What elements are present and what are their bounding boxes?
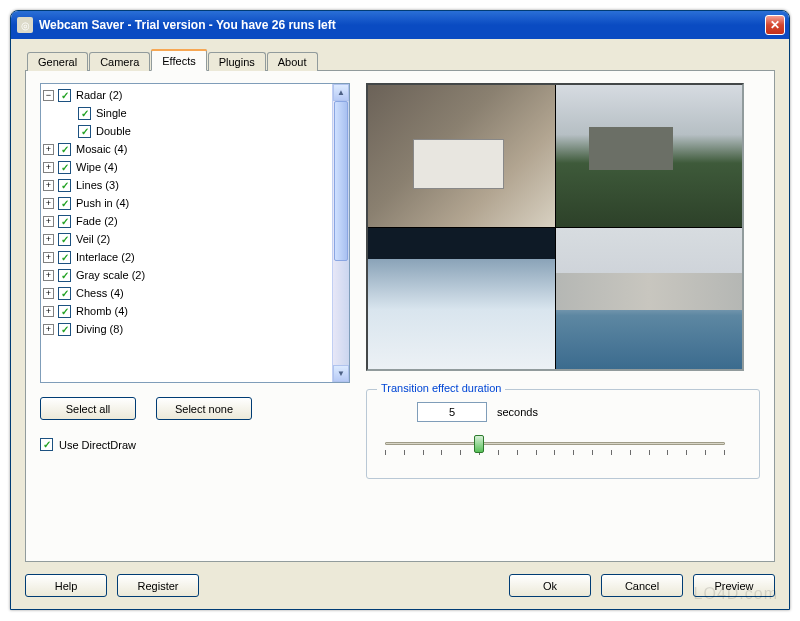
window-title: Webcam Saver - Trial version - You have …	[39, 18, 765, 32]
tree-checkbox[interactable]: ✓	[58, 251, 71, 264]
tree-checkbox[interactable]: ✓	[58, 233, 71, 246]
tree-row[interactable]: +✓Chess (4)	[43, 284, 330, 302]
tree-checkbox[interactable]: ✓	[58, 269, 71, 282]
duration-unit-label: seconds	[497, 406, 538, 418]
expand-icon[interactable]: +	[43, 216, 54, 227]
tree-item-label: Chess (4)	[75, 287, 124, 299]
tree-row[interactable]: ✓Double	[43, 122, 330, 140]
tree-row[interactable]: +✓Lines (3)	[43, 176, 330, 194]
collapse-icon[interactable]: −	[43, 90, 54, 101]
expand-icon[interactable]: +	[43, 252, 54, 263]
expand-icon[interactable]: +	[43, 198, 54, 209]
scroll-thumb[interactable]	[334, 101, 348, 261]
tree-item-label: Double	[95, 125, 131, 137]
tree-item-label: Push in (4)	[75, 197, 129, 209]
webcam-quadrant-1	[368, 85, 555, 227]
tree-item-label: Fade (2)	[75, 215, 118, 227]
tab-panel-effects: −✓Radar (2)✓Single✓Double+✓Mosaic (4)+✓W…	[25, 70, 775, 562]
tree-item-label: Interlace (2)	[75, 251, 135, 263]
tree-checkbox[interactable]: ✓	[58, 143, 71, 156]
tree-row[interactable]: +✓Diving (8)	[43, 320, 330, 338]
client-area: General Camera Effects Plugins About −✓R…	[11, 39, 789, 609]
tree-row[interactable]: +✓Veil (2)	[43, 230, 330, 248]
tab-strip: General Camera Effects Plugins About	[25, 49, 775, 71]
close-icon: ✕	[770, 18, 780, 32]
tree-checkbox[interactable]: ✓	[58, 89, 71, 102]
close-button[interactable]: ✕	[765, 15, 785, 35]
tree-item-label: Lines (3)	[75, 179, 119, 191]
tree-checkbox[interactable]: ✓	[58, 323, 71, 336]
tree-item-label: Wipe (4)	[75, 161, 118, 173]
select-none-button[interactable]: Select none	[156, 397, 252, 420]
tree-row[interactable]: +✓Fade (2)	[43, 212, 330, 230]
preview-pane	[366, 83, 744, 371]
tree-item-label: Single	[95, 107, 127, 119]
scroll-track[interactable]	[333, 101, 349, 365]
tree-item-label: Rhomb (4)	[75, 305, 128, 317]
tree-row[interactable]: ✓Single	[43, 104, 330, 122]
tab-effects[interactable]: Effects	[151, 49, 206, 71]
tree-row[interactable]: +✓Wipe (4)	[43, 158, 330, 176]
tree-item-label: Veil (2)	[75, 233, 110, 245]
tab-general[interactable]: General	[27, 52, 88, 71]
expand-icon[interactable]: +	[43, 180, 54, 191]
tree-row[interactable]: +✓Push in (4)	[43, 194, 330, 212]
webcam-quadrant-2	[556, 85, 743, 227]
scroll-up-button[interactable]: ▲	[333, 84, 349, 101]
select-all-button[interactable]: Select all	[40, 397, 136, 420]
expand-icon[interactable]: +	[43, 144, 54, 155]
tab-about[interactable]: About	[267, 52, 318, 71]
tree-item-label: Mosaic (4)	[75, 143, 127, 155]
tree-scrollbar[interactable]: ▲ ▼	[332, 84, 349, 382]
slider-thumb[interactable]	[474, 435, 484, 453]
expand-icon[interactable]: +	[43, 270, 54, 281]
expand-icon[interactable]: +	[43, 306, 54, 317]
tree-item-label: Gray scale (2)	[75, 269, 145, 281]
window: ◎ Webcam Saver - Trial version - You hav…	[10, 10, 790, 610]
transition-legend: Transition effect duration	[377, 382, 505, 394]
tree-checkbox[interactable]: ✓	[58, 161, 71, 174]
tree-item-label: Diving (8)	[75, 323, 123, 335]
slider-track	[385, 442, 725, 445]
slider-ticks	[385, 450, 725, 455]
tree-row[interactable]: +✓Mosaic (4)	[43, 140, 330, 158]
tree-row[interactable]: +✓Rhomb (4)	[43, 302, 330, 320]
preview-button[interactable]: Preview	[693, 574, 775, 597]
tree-checkbox[interactable]: ✓	[58, 179, 71, 192]
scroll-down-button[interactable]: ▼	[333, 365, 349, 382]
tab-camera[interactable]: Camera	[89, 52, 150, 71]
tree-spacer	[63, 126, 74, 137]
duration-slider[interactable]	[385, 436, 725, 462]
webcam-quadrant-3	[368, 228, 555, 370]
expand-icon[interactable]: +	[43, 234, 54, 245]
app-icon: ◎	[17, 17, 33, 33]
register-button[interactable]: Register	[117, 574, 199, 597]
webcam-quadrant-4	[556, 228, 743, 370]
tree-checkbox[interactable]: ✓	[58, 215, 71, 228]
effects-tree[interactable]: −✓Radar (2)✓Single✓Double+✓Mosaic (4)+✓W…	[40, 83, 350, 383]
use-directdraw-label: Use DirectDraw	[59, 439, 136, 451]
tree-item-label: Radar (2)	[75, 89, 122, 101]
expand-icon[interactable]: +	[43, 324, 54, 335]
tree-row[interactable]: −✓Radar (2)	[43, 86, 330, 104]
tree-row[interactable]: +✓Interlace (2)	[43, 248, 330, 266]
expand-icon[interactable]: +	[43, 288, 54, 299]
transition-duration-group: Transition effect duration seconds	[366, 389, 760, 479]
duration-input[interactable]	[417, 402, 487, 422]
tree-checkbox[interactable]: ✓	[78, 107, 91, 120]
help-button[interactable]: Help	[25, 574, 107, 597]
dialog-button-row: Help Register Ok Cancel Preview	[25, 562, 775, 597]
tree-checkbox[interactable]: ✓	[78, 125, 91, 138]
expand-icon[interactable]: +	[43, 162, 54, 173]
tree-checkbox[interactable]: ✓	[58, 305, 71, 318]
tree-checkbox[interactable]: ✓	[58, 197, 71, 210]
tab-plugins[interactable]: Plugins	[208, 52, 266, 71]
ok-button[interactable]: Ok	[509, 574, 591, 597]
tree-spacer	[63, 108, 74, 119]
use-directdraw-checkbox[interactable]: ✓	[40, 438, 53, 451]
tree-checkbox[interactable]: ✓	[58, 287, 71, 300]
cancel-button[interactable]: Cancel	[601, 574, 683, 597]
titlebar: ◎ Webcam Saver - Trial version - You hav…	[11, 11, 789, 39]
tree-row[interactable]: +✓Gray scale (2)	[43, 266, 330, 284]
